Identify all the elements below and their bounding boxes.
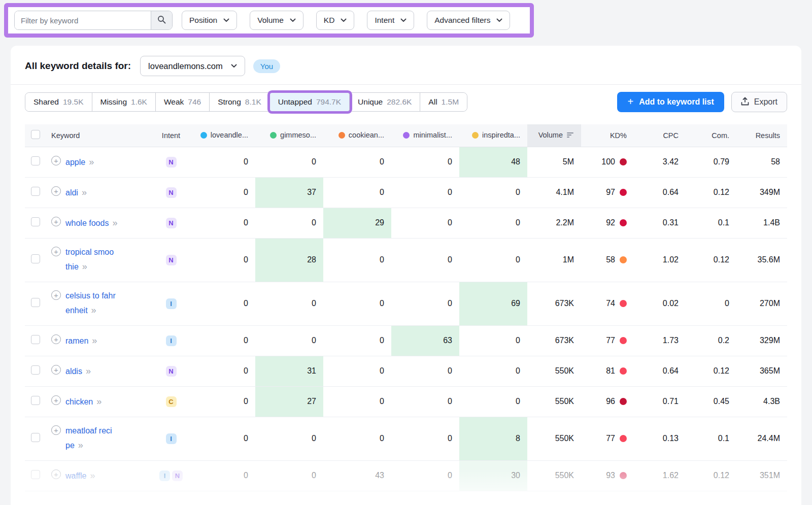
add-to-keyword-list-button[interactable]: + Add to keyword list [617,92,724,112]
row-checkbox[interactable] [31,156,40,165]
com-header[interactable]: Com. [686,124,736,147]
expand-plus-icon[interactable]: + [51,217,61,226]
filter-dropdown-volume[interactable]: Volume [250,11,303,30]
filter-dropdown-position[interactable]: Position [182,11,237,30]
expand-plus-icon[interactable]: + [51,334,61,344]
expand-plus-icon[interactable]: + [51,156,61,165]
tab-untapped[interactable]: Untapped794.7K [270,93,350,111]
sort-descending-icon [567,131,574,140]
keyword-link[interactable]: apple» [65,154,94,170]
domain-select[interactable]: loveandlemons.com [140,56,245,76]
row-checkbox[interactable] [31,298,40,307]
expand-plus-icon[interactable]: + [51,469,61,479]
results-cell: 58 [736,147,787,177]
tab-missing[interactable]: Missing1.6K [92,93,156,111]
results-header[interactable]: Results [736,124,787,147]
expand-plus-icon[interactable]: + [51,395,61,405]
tab-shared[interactable]: Shared19.5K [25,93,92,111]
double-chevron-icon[interactable]: » [86,366,91,376]
row-checkbox[interactable] [31,365,40,375]
keyword-link[interactable]: meatloaf reci pe» [65,424,112,453]
kd-header[interactable]: KD% [581,124,634,147]
expand-plus-icon[interactable]: + [51,290,61,300]
tab-unique[interactable]: Unique282.6K [350,93,420,111]
table-row: +chicken»C027000550K960.710.454.3B [25,386,787,417]
cpc-header[interactable]: CPC [634,124,686,147]
competitor-header-gimmeso[interactable]: gimmeso... [255,124,323,147]
double-chevron-icon[interactable]: » [78,440,83,450]
keyword-filter-input[interactable] [15,11,151,29]
kd-cell: 97 [581,177,634,208]
row-checkbox[interactable] [31,433,40,442]
competitor-header-cookiean[interactable]: cookiean... [323,124,391,147]
row-checkbox[interactable] [31,396,40,405]
filter-dropdown-advanced-filters[interactable]: Advanced filters [427,11,510,30]
keyword-link[interactable]: chicken» [65,394,101,410]
keyword-text: waffle [65,472,87,480]
keyword-wrap: +whole foods» [51,215,148,231]
keyword-link[interactable]: aldis» [65,363,91,379]
volume-header[interactable]: Volume [527,124,581,147]
table-row: +apple»N0000485M1003.420.7958 [25,147,787,177]
kd-score-dot [620,367,627,375]
competitor-header-inspiredta[interactable]: inspiredta... [459,124,527,147]
intent-header[interactable]: Intent [155,124,187,147]
volume-header-label: Volume [538,131,563,139]
details-label: All keyword details for: [25,60,131,72]
expand-plus-icon[interactable]: + [51,365,61,375]
tab-all[interactable]: All1.5M [420,93,467,111]
keyword-cell: +waffle» [47,460,155,491]
competitor-dot-icon [472,132,479,139]
search-button[interactable] [151,11,172,29]
position-value-cell: 63 [391,325,459,356]
expand-plus-icon[interactable]: + [51,425,61,435]
row-checkbox[interactable] [31,217,40,226]
select-all-checkbox[interactable] [31,130,40,139]
double-chevron-icon[interactable]: » [82,187,87,197]
filter-dropdown-kd[interactable]: KD [316,11,355,30]
row-checkbox[interactable] [31,187,40,196]
filter-dropdown-intent[interactable]: Intent [367,11,414,30]
keyword-link[interactable]: tropical smoo thie» [65,245,114,275]
double-chevron-icon[interactable]: » [91,305,96,315]
keyword-wrap: +apple» [51,154,148,170]
row-checkbox[interactable] [31,470,40,479]
row-checkbox[interactable] [31,335,40,344]
row-checkbox[interactable] [31,254,40,263]
competitor-label: gimmeso... [280,131,316,139]
double-chevron-icon[interactable]: » [96,396,101,407]
expand-plus-icon[interactable]: + [51,186,61,196]
competitor-header-loveandle[interactable]: loveandle... [187,124,255,147]
tab-label: Strong [218,97,241,107]
competitor-header-minimalist[interactable]: minimalist... [391,124,459,147]
double-chevron-icon[interactable]: » [82,261,87,272]
keyword-link[interactable]: celsius to fahr enheit» [65,289,116,318]
row-checkbox-cell [25,325,47,356]
tab-strong[interactable]: Strong8.1K [210,93,270,111]
keyword-link[interactable]: whole foods» [65,215,117,231]
position-value-cell: 0 [459,325,527,356]
double-chevron-icon[interactable]: » [89,157,94,167]
intent-cell: N [155,208,187,238]
intent-badge-n: N [166,187,177,198]
intent-cell: I [155,325,187,356]
keyword-cell: +apple» [47,147,155,177]
keyword-link[interactable]: waffle» [65,468,95,484]
dropdown-label: Volume [257,16,284,25]
position-value-cell: 69 [459,282,527,325]
position-value-cell: 0 [391,417,459,460]
double-chevron-icon[interactable]: » [92,335,97,346]
keyword-link[interactable]: aldi» [65,185,87,200]
double-chevron-icon[interactable]: » [90,470,95,481]
tab-weak[interactable]: Weak746 [156,93,210,111]
kd-value: 58 [606,255,615,264]
keyword-text: apple [65,158,85,166]
competitor-label: minimalist... [413,131,452,139]
double-chevron-icon[interactable]: » [112,218,117,228]
kd-score-dot [620,472,627,479]
keyword-header[interactable]: Keyword [47,124,155,147]
expand-plus-icon[interactable]: + [51,247,61,256]
export-button[interactable]: Export [731,92,787,112]
keyword-link[interactable]: ramen» [65,333,97,349]
keyword-filter[interactable] [14,11,173,30]
